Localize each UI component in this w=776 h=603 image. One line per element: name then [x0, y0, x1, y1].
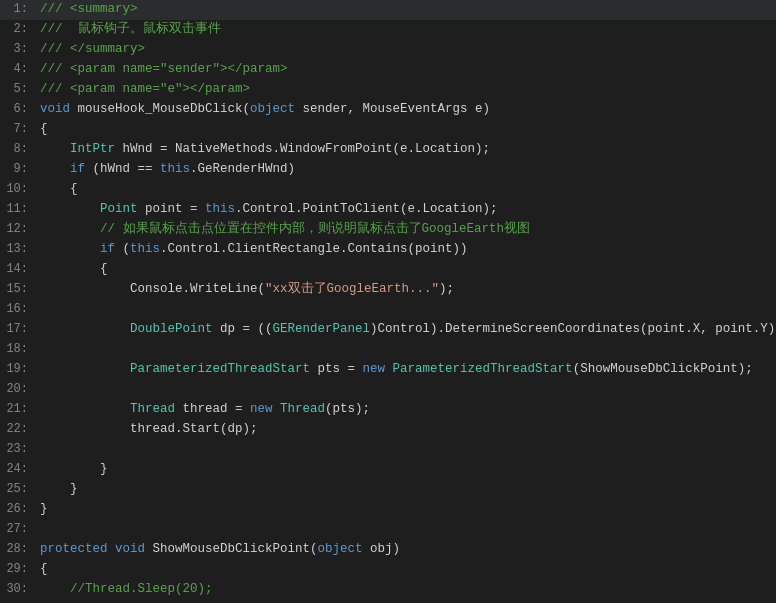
line-content-2: /// 鼠标钩子。鼠标双击事件	[36, 20, 776, 39]
line-num-26: 26:	[0, 500, 36, 518]
code-line-20: 20:	[0, 380, 776, 400]
code-line-26: 26: }	[0, 500, 776, 520]
line-content-28: protected void ShowMouseDbClickPoint(obj…	[36, 540, 776, 559]
line-content-5: /// <param name="e"></param>	[36, 80, 776, 99]
line-content-13: if (this.Control.ClientRectangle.Contain…	[36, 240, 776, 259]
code-line-12: 12: // 如果鼠标点击点位置在控件内部，则说明鼠标点击了GoogleEart…	[0, 220, 776, 240]
line-num-25: 25:	[0, 480, 36, 498]
code-line-29: 29: {	[0, 560, 776, 580]
line-num-30: 30:	[0, 580, 36, 598]
code-line-18: 18:	[0, 340, 776, 360]
line-content-11: Point point = this.Control.PointToClient…	[36, 200, 776, 219]
code-line-3: 3: /// </summary>	[0, 40, 776, 60]
code-line-15: 15: Console.WriteLine("xx双击了GoogleEarth.…	[0, 280, 776, 300]
code-line-8: 8: IntPtr hWnd = NativeMethods.WindowFro…	[0, 140, 776, 160]
code-line-4: 4: /// <param name="sender"></param>	[0, 60, 776, 80]
line-num-16: 16:	[0, 300, 36, 318]
line-num-19: 19:	[0, 360, 36, 378]
line-num-11: 11:	[0, 200, 36, 218]
line-num-22: 22:	[0, 420, 36, 438]
line-content-17: DoublePoint dp = ((GERenderPanel)Control…	[36, 320, 776, 339]
line-num-28: 28:	[0, 540, 36, 558]
line-num-20: 20:	[0, 380, 36, 398]
code-editor: 1: /// <summary> 2: /// 鼠标钩子。鼠标双击事件 3: /…	[0, 0, 776, 603]
code-line-23: 23:	[0, 440, 776, 460]
line-num-18: 18:	[0, 340, 36, 358]
line-num-13: 13:	[0, 240, 36, 258]
line-content-29: {	[36, 560, 776, 579]
line-num-6: 6:	[0, 100, 36, 118]
code-line-28: 28: protected void ShowMouseDbClickPoint…	[0, 540, 776, 560]
line-content-1: /// <summary>	[36, 0, 776, 19]
code-line-25: 25: }	[0, 480, 776, 500]
line-content-30: //Thread.Sleep(20);	[36, 580, 776, 599]
line-content-19: ParameterizedThreadStart pts = new Param…	[36, 360, 776, 379]
line-num-1: 1:	[0, 0, 36, 18]
code-line-9: 9: if (hWnd == this.GeRenderHWnd)	[0, 160, 776, 180]
line-num-4: 4:	[0, 60, 36, 78]
code-line-11: 11: Point point = this.Control.PointToCl…	[0, 200, 776, 220]
line-num-15: 15:	[0, 280, 36, 298]
code-line-16: 16:	[0, 300, 776, 320]
code-line-24: 24: }	[0, 460, 776, 480]
code-line-5: 5: /// <param name="e"></param>	[0, 80, 776, 100]
code-line-30: 30: //Thread.Sleep(20);	[0, 580, 776, 600]
line-num-12: 12:	[0, 220, 36, 238]
code-line-14: 14: {	[0, 260, 776, 280]
line-content-9: if (hWnd == this.GeRenderHWnd)	[36, 160, 776, 179]
line-num-8: 8:	[0, 140, 36, 158]
code-line-19: 19: ParameterizedThreadStart pts = new P…	[0, 360, 776, 380]
code-line-6: 6: void mouseHook_MouseDbClick(object se…	[0, 100, 776, 120]
line-content-7: {	[36, 120, 776, 139]
code-line-17: 17: DoublePoint dp = ((GERenderPanel)Con…	[0, 320, 776, 340]
line-num-3: 3:	[0, 40, 36, 58]
line-num-27: 27:	[0, 520, 36, 538]
line-content-12: // 如果鼠标点击点位置在控件内部，则说明鼠标点击了GoogleEarth视图	[36, 220, 776, 239]
code-line-2: 2: /// 鼠标钩子。鼠标双击事件	[0, 20, 776, 40]
line-num-17: 17:	[0, 320, 36, 338]
line-content-24: }	[36, 460, 776, 479]
code-line-13: 13: if (this.Control.ClientRectangle.Con…	[0, 240, 776, 260]
line-content-3: /// </summary>	[36, 40, 776, 59]
line-num-2: 2:	[0, 20, 36, 38]
line-num-23: 23:	[0, 440, 36, 458]
code-line-22: 22: thread.Start(dp);	[0, 420, 776, 440]
line-num-10: 10:	[0, 180, 36, 198]
code-line-10: 10: {	[0, 180, 776, 200]
line-content-4: /// <param name="sender"></param>	[36, 60, 776, 79]
line-content-22: thread.Start(dp);	[36, 420, 776, 439]
line-content-21: Thread thread = new Thread(pts);	[36, 400, 776, 419]
line-num-21: 21:	[0, 400, 36, 418]
code-line-1: 1: /// <summary>	[0, 0, 776, 20]
line-num-9: 9:	[0, 160, 36, 178]
line-num-14: 14:	[0, 260, 36, 278]
line-content-8: IntPtr hWnd = NativeMethods.WindowFromPo…	[36, 140, 776, 159]
code-line-21: 21: Thread thread = new Thread(pts);	[0, 400, 776, 420]
line-num-24: 24:	[0, 460, 36, 478]
line-content-10: {	[36, 180, 776, 199]
code-line-27: 27:	[0, 520, 776, 540]
code-line-7: 7: {	[0, 120, 776, 140]
line-content-26: }	[36, 500, 776, 519]
line-num-29: 29:	[0, 560, 36, 578]
line-content-15: Console.WriteLine("xx双击了GoogleEarth...")…	[36, 280, 776, 299]
line-content-25: }	[36, 480, 776, 499]
line-content-14: {	[36, 260, 776, 279]
line-content-6: void mouseHook_MouseDbClick(object sende…	[36, 100, 776, 119]
line-num-7: 7:	[0, 120, 36, 138]
line-num-5: 5:	[0, 80, 36, 98]
